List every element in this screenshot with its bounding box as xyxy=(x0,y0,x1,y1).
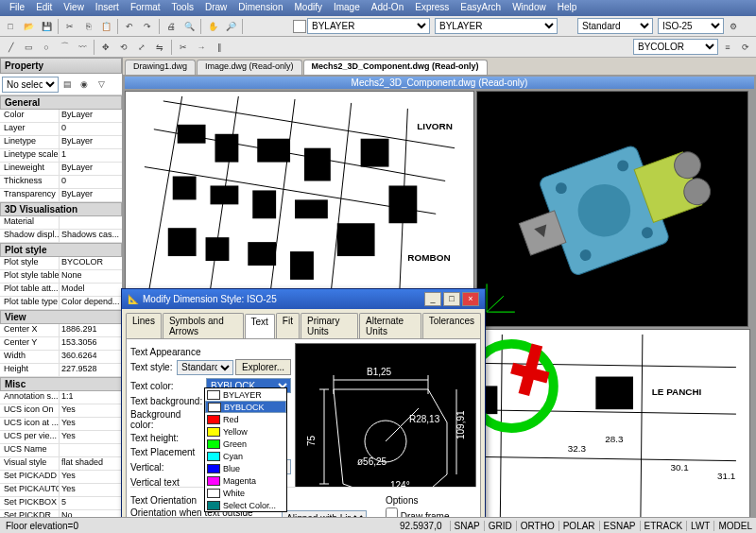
layer-select[interactable]: BYLAYER xyxy=(307,18,430,34)
prop-row[interactable]: Center Y153.3056 xyxy=(0,337,122,351)
prop-row[interactable]: Height227.9528 xyxy=(0,364,122,377)
status-lwt[interactable]: LWT xyxy=(686,521,713,531)
circle-icon[interactable]: ○ xyxy=(38,39,55,56)
menu-draw[interactable]: Draw xyxy=(199,2,232,14)
menu-add-on[interactable]: Add-On xyxy=(366,2,409,14)
prop-row[interactable]: Material xyxy=(0,216,122,230)
doc-tab[interactable]: Mechs2_3D_Component.dwg (Read-only) xyxy=(303,60,488,75)
group-view[interactable]: View xyxy=(0,310,122,324)
print-icon[interactable]: 🖨 xyxy=(163,18,180,35)
group-3d-visualisation[interactable]: 3D Visualisation xyxy=(0,202,122,216)
close-button[interactable]: × xyxy=(462,292,479,306)
rotate-icon[interactable]: ⟲ xyxy=(115,39,132,56)
redo-icon[interactable]: ↷ xyxy=(139,18,156,35)
line-icon[interactable]: ╱ xyxy=(2,39,19,56)
menu-view[interactable]: View xyxy=(58,2,90,14)
prop-row[interactable]: Linetype scale1 xyxy=(0,149,122,163)
group-misc[interactable]: Misc xyxy=(0,377,122,391)
status-grid[interactable]: GRID xyxy=(484,521,516,531)
prop-row[interactable]: Set PICKBOX5 xyxy=(0,497,122,510)
prop-row[interactable]: Plot style tableNone xyxy=(0,270,122,284)
style-select[interactable]: Standard xyxy=(577,18,653,34)
color-option[interactable]: Select Color... xyxy=(205,499,286,511)
lineweight-icon[interactable]: ≡ xyxy=(719,39,736,56)
color-option[interactable]: Cyan xyxy=(205,450,286,462)
menu-format[interactable]: Format xyxy=(125,2,166,14)
undo-icon[interactable]: ↶ xyxy=(121,18,138,35)
dimstyle-select[interactable]: ISO-25 xyxy=(658,18,724,34)
zoom-icon[interactable]: 🔎 xyxy=(222,18,239,35)
status-snap[interactable]: SNAP xyxy=(450,521,484,531)
prop-row[interactable]: Shadow displ...Shadows cas... xyxy=(0,230,122,243)
color-option[interactable]: Magenta xyxy=(205,474,286,487)
offset-icon[interactable]: ‖ xyxy=(211,39,228,56)
menu-image[interactable]: Image xyxy=(328,2,366,14)
status-etrack[interactable]: ETRACK xyxy=(640,521,687,531)
selection-select[interactable]: No selection xyxy=(2,77,59,93)
scale-icon[interactable]: ⤢ xyxy=(133,39,150,56)
dlg-tab-lines[interactable]: Lines xyxy=(126,313,162,338)
prop-row[interactable]: Plot table typeColor depend... xyxy=(0,297,122,310)
pan-icon[interactable]: ✋ xyxy=(204,18,221,35)
menu-express[interactable]: Express xyxy=(409,2,455,14)
prop-row[interactable]: Set PICKDR...No xyxy=(0,510,122,517)
maximize-button[interactable]: □ xyxy=(443,292,460,306)
prop-row[interactable]: Set PICKADDYes xyxy=(0,471,122,484)
prop-row[interactable]: TransparencyByLayer xyxy=(0,189,122,202)
prop-row[interactable]: Plot styleBYCOLOR xyxy=(0,257,122,270)
doc-tab[interactable]: Drawing1.dwg xyxy=(125,60,196,75)
linetype-select[interactable]: BYLAYER xyxy=(435,18,558,34)
group-general[interactable]: General xyxy=(0,95,122,110)
prop-row[interactable]: Set PICKAUTOYes xyxy=(0,484,122,497)
prop-row[interactable]: Center X1886.291 xyxy=(0,324,122,337)
paste-icon[interactable]: 📋 xyxy=(97,18,114,35)
prop-row[interactable]: Annotation s...1:1 xyxy=(0,391,122,404)
dlg-tab-text[interactable]: Text xyxy=(245,314,275,339)
menu-help[interactable]: Help xyxy=(552,2,583,14)
rect-icon[interactable]: ▭ xyxy=(20,39,37,56)
doc-tab[interactable]: Image.dwg (Read-only) xyxy=(197,60,302,75)
color-option[interactable]: BYBLOCK xyxy=(205,401,286,413)
move-icon[interactable]: ✥ xyxy=(97,39,114,56)
prop-row[interactable]: UCS Name xyxy=(0,444,122,457)
status-ortho[interactable]: ORTHO xyxy=(516,521,558,531)
viewport-topright[interactable] xyxy=(476,91,748,327)
prop-row[interactable]: Layer0 xyxy=(0,123,122,136)
status-esnap[interactable]: ESNAP xyxy=(599,521,640,531)
status-polar[interactable]: POLAR xyxy=(558,521,599,531)
dlg-tab-alternate-units[interactable]: Alternate Units xyxy=(359,313,421,338)
trim-icon[interactable]: ✂ xyxy=(175,39,192,56)
prop-toggle-icon[interactable]: ▤ xyxy=(59,76,76,93)
color-option[interactable]: Green xyxy=(205,438,286,450)
prop-row[interactable]: Width360.6264 xyxy=(0,351,122,364)
refresh-icon[interactable]: ⟳ xyxy=(737,39,754,56)
minimize-button[interactable]: _ xyxy=(424,292,441,306)
group-plot-style[interactable]: Plot style xyxy=(0,243,122,257)
prop-row[interactable]: LineweightByLayer xyxy=(0,163,122,176)
color-swatch[interactable] xyxy=(293,20,306,33)
explorer-button[interactable]: Explorer... xyxy=(235,359,291,375)
dlg-tab-primary-units[interactable]: Primary Units xyxy=(301,313,358,338)
status-model[interactable]: MODEL xyxy=(713,521,756,531)
prop-row[interactable]: UCS icon at ...Yes xyxy=(0,418,122,431)
open-icon[interactable]: 📂 xyxy=(20,18,37,35)
menu-insert[interactable]: Insert xyxy=(90,2,125,14)
extend-icon[interactable]: → xyxy=(193,39,210,56)
color-select[interactable]: BYCOLOR xyxy=(633,39,718,55)
dlg-tab-tolerances[interactable]: Tolerances xyxy=(422,313,481,338)
prop-row[interactable]: Plot table att...Model xyxy=(0,284,122,297)
dialog-titlebar[interactable]: 📐 Modify Dimension Style: ISO-25 _ □ × xyxy=(122,289,485,309)
prop-row[interactable]: Thickness0 xyxy=(0,176,122,189)
dim-settings-icon[interactable]: ⚙ xyxy=(725,18,742,35)
text-style-select[interactable]: Standard xyxy=(177,360,233,375)
menu-edit[interactable]: Edit xyxy=(30,2,58,14)
copy-icon[interactable]: ⎘ xyxy=(79,18,96,35)
color-option[interactable]: Red xyxy=(205,413,286,425)
color-option[interactable]: Blue xyxy=(205,462,286,474)
prop-row[interactable]: LinetypeByLayer xyxy=(0,136,122,149)
menu-file[interactable]: File xyxy=(4,2,30,14)
menu-tools[interactable]: Tools xyxy=(166,2,199,14)
new-icon[interactable]: □ xyxy=(2,18,19,35)
save-icon[interactable]: 💾 xyxy=(38,18,55,35)
prop-row[interactable]: UCS per vie...Yes xyxy=(0,431,122,444)
